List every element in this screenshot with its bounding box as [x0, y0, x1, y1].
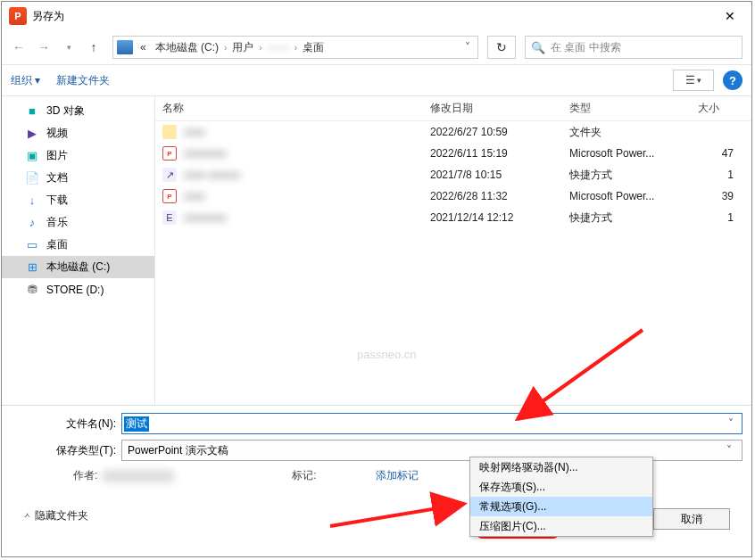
sidebar-item[interactable]: ⊞本地磁盘 (C:) [2, 256, 154, 278]
file-icon: P [162, 146, 177, 161]
tools-menu: 映射网络驱动器(N)...保存选项(S)...常规选项(G)...压缩图片(C)… [469, 457, 653, 537]
sidebar: ■3D 对象▶视频▣图片📄文档↓下载♪音乐▭桌面⊞本地磁盘 (C:)⛃STORE… [2, 96, 155, 405]
add-tag-link[interactable]: 添加标记 [376, 468, 419, 483]
col-size[interactable]: 大小 [698, 101, 751, 116]
folder-icon: ↓ [25, 194, 39, 208]
menu-item[interactable]: 压缩图片(C)... [470, 516, 652, 536]
file-icon [162, 125, 177, 139]
refresh-button[interactable]: ↻ [487, 36, 516, 59]
folder-icon: 📄 [25, 171, 39, 185]
view-mode-button[interactable]: ☰▾ [673, 70, 714, 91]
breadcrumb-user[interactable]: ------ [264, 41, 293, 54]
sidebar-item-label: STORE (D:) [46, 284, 104, 296]
window-title: 另存为 [32, 9, 64, 24]
file-row[interactable]: Pxxxx2022/6/28 11:32Microsoft Power...39 [155, 185, 751, 207]
titlebar: P 另存为 ✕ [2, 2, 751, 30]
file-date: 2022/6/11 15:19 [430, 147, 569, 160]
filename-value: 测试 [124, 416, 149, 432]
sidebar-item-label: 本地磁盘 (C:) [46, 259, 110, 275]
chevron-down-icon[interactable]: ˅ [460, 41, 476, 54]
file-type: Microsoft Power... [569, 147, 698, 160]
file-name: xxxxxxxx [184, 211, 227, 224]
tag-label: 标记: [292, 468, 316, 483]
search-input[interactable]: 🔍 在 桌面 中搜索 [525, 36, 743, 59]
breadcrumb-users[interactable]: 用户 [228, 40, 257, 55]
cancel-button[interactable]: 取消 [653, 508, 730, 530]
breadcrumb-desktop[interactable]: 桌面 [299, 40, 328, 55]
menu-item[interactable]: 保存选项(S)... [470, 477, 652, 497]
new-folder-button[interactable]: 新建文件夹 [56, 73, 110, 88]
chevron-down-icon[interactable]: ˅ [722, 417, 740, 430]
col-type[interactable]: 类型 [569, 101, 698, 116]
file-size: 39 [698, 190, 751, 202]
file-row[interactable]: Exxxxxxxx2021/12/14 12:12快捷方式1 [155, 207, 751, 228]
file-row[interactable]: xxxx2022/6/27 10:59文件夹 [155, 121, 751, 143]
recent-caret-icon[interactable]: ▾ [57, 36, 80, 59]
search-icon: 🔍 [531, 41, 545, 54]
file-type: Microsoft Power... [569, 190, 698, 202]
chevron-right-icon: › [224, 43, 227, 53]
file-name: xxxxxxxx [184, 147, 227, 160]
close-button[interactable]: ✕ [710, 3, 750, 29]
sidebar-item-label: 视频 [46, 126, 68, 141]
file-size: 1 [698, 169, 751, 181]
help-button[interactable]: ? [723, 70, 743, 90]
chevron-up-icon: ㅅ [23, 510, 31, 522]
filetype-value: PowerPoint 演示文稿 [128, 443, 228, 458]
file-size: 1 [698, 211, 751, 224]
folder-icon: ♪ [25, 216, 39, 230]
hide-folders-toggle[interactable]: ㅅ 隐藏文件夹 [23, 508, 88, 523]
sidebar-item[interactable]: ♪音乐 [2, 211, 154, 234]
column-headers: 名称 修改日期 类型 大小 [155, 96, 751, 121]
file-size: 47 [698, 147, 751, 160]
powerpoint-app-icon: P [9, 7, 27, 25]
file-row[interactable]: ↗xxxx xxxxxx2021/7/8 10:15快捷方式1 [155, 164, 751, 185]
filename-input[interactable]: 测试 ˅ [121, 413, 743, 434]
chevron-down-icon[interactable]: ˅ [722, 444, 736, 457]
back-button[interactable]: ← [7, 36, 30, 59]
file-icon: E [162, 210, 177, 225]
up-button[interactable]: ↑ [82, 36, 105, 59]
nav-bar: ← → ▾ ↑ « 本地磁盘 (C:) › 用户 › ------ › 桌面 ˅… [2, 30, 751, 64]
sidebar-item[interactable]: ■3D 对象 [2, 100, 154, 122]
forward-button[interactable]: → [32, 36, 55, 59]
file-name: xxxx xxxxxx [184, 169, 240, 181]
toolbar: 组织 ▾ 新建文件夹 ☰▾ ? [2, 64, 751, 96]
list-icon: ☰ [685, 74, 695, 86]
sidebar-item[interactable]: ▭桌面 [2, 234, 154, 256]
sidebar-item-label: 图片 [46, 148, 68, 163]
folder-icon: ⛃ [25, 283, 39, 297]
folder-icon: ⊞ [25, 260, 39, 275]
sidebar-item-label: 音乐 [46, 215, 68, 230]
menu-item[interactable]: 映射网络驱动器(N)... [470, 457, 652, 477]
chevron-right-icon: › [259, 43, 261, 53]
breadcrumb[interactable]: « 本地磁盘 (C:) › 用户 › ------ › 桌面 ˅ [112, 36, 478, 59]
filetype-label: 保存类型(T): [11, 443, 121, 458]
sidebar-item[interactable]: 📄文档 [2, 167, 154, 189]
file-icon: ↗ [162, 168, 177, 182]
col-name[interactable]: 名称 [162, 101, 430, 116]
sidebar-item-label: 3D 对象 [46, 103, 85, 119]
breadcrumb-prefix: « [137, 41, 150, 54]
sidebar-item[interactable]: ⛃STORE (D:) [2, 278, 154, 301]
file-type: 快捷方式 [569, 210, 698, 226]
folder-icon: ▣ [25, 149, 39, 163]
file-row[interactable]: Pxxxxxxxx2022/6/11 15:19Microsoft Power.… [155, 143, 751, 164]
sidebar-item[interactable]: ▶视频 [2, 122, 154, 144]
sidebar-item-label: 桌面 [46, 237, 68, 252]
file-date: 2022/6/27 10:59 [430, 126, 569, 138]
file-type: 快捷方式 [569, 168, 698, 183]
breadcrumb-drive[interactable]: 本地磁盘 (C:) [152, 40, 222, 55]
filename-label: 文件名(N): [11, 416, 121, 432]
file-date: 2022/6/28 11:32 [430, 190, 569, 202]
organize-menu[interactable]: 组织 ▾ [11, 73, 40, 88]
folder-icon: ■ [25, 104, 39, 119]
author-value [103, 470, 174, 482]
sidebar-item[interactable]: ↓下载 [2, 189, 154, 211]
menu-item[interactable]: 常规选项(G)... [470, 497, 652, 516]
file-type: 文件夹 [569, 125, 698, 140]
sidebar-item[interactable]: ▣图片 [2, 144, 154, 167]
file-date: 2021/7/8 10:15 [430, 169, 569, 181]
col-date[interactable]: 修改日期 [430, 101, 569, 116]
file-icon: P [162, 189, 177, 203]
